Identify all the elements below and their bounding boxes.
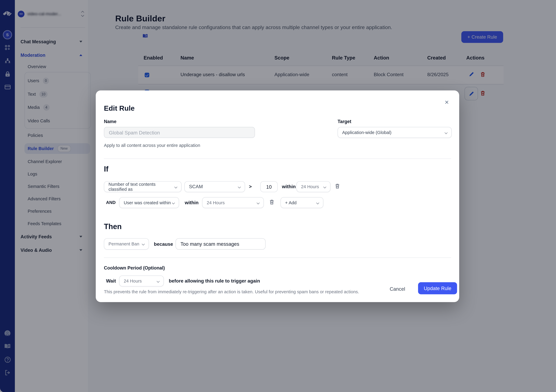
chevron-down-icon: [172, 201, 175, 204]
classification-select[interactable]: SCAM: [185, 181, 245, 192]
threshold-input[interactable]: [260, 181, 278, 192]
condition-field-select[interactable]: Number of text contents classified as: [104, 181, 182, 192]
within-label-2: within: [185, 200, 199, 205]
because-label: because: [154, 241, 173, 247]
name-helper-text: Apply to all content across your entire …: [104, 143, 200, 148]
cooldown-window-select[interactable]: 24 Hours: [119, 276, 164, 287]
cooldown-suffix: before allowing this rule to trigger aga…: [169, 278, 260, 284]
close-icon[interactable]: ✕: [443, 99, 450, 106]
chevron-down-icon: [316, 201, 319, 204]
update-rule-button[interactable]: Update Rule: [418, 282, 457, 294]
and-label: AND: [106, 200, 116, 205]
chevron-down-icon: [142, 242, 145, 246]
edit-rule-modal: Edit Rule ✕ Name Apply to all content ac…: [96, 90, 459, 302]
name-label: Name: [104, 119, 116, 124]
modal-divider: [104, 159, 451, 159]
target-select[interactable]: Application-wide (Global): [338, 127, 452, 138]
time-window-select-2[interactable]: 24 Hours: [202, 197, 264, 208]
chevron-down-icon: [323, 185, 326, 188]
target-label: Target: [338, 119, 351, 124]
add-condition-select[interactable]: + Add: [280, 197, 323, 208]
if-heading: If: [104, 165, 108, 173]
operator-label: >: [249, 184, 252, 189]
chevron-down-icon: [445, 131, 448, 134]
within-label: within: [282, 184, 296, 189]
then-heading: Then: [104, 222, 122, 231]
cooldown-helper: This prevents the rule from immediately …: [104, 289, 359, 294]
chevron-down-icon: [257, 201, 260, 204]
action-select[interactable]: Permanent Ban: [104, 238, 149, 250]
chevron-down-icon: [157, 279, 160, 283]
modal-title: Edit Rule: [104, 104, 135, 112]
rule-name-input[interactable]: [104, 127, 255, 138]
wait-label: Wait: [106, 278, 116, 284]
remove-condition-icon-2[interactable]: [270, 200, 274, 205]
remove-condition-icon[interactable]: [335, 184, 340, 189]
reason-input[interactable]: [176, 238, 266, 250]
time-window-select[interactable]: 24 Hours: [296, 181, 331, 192]
cooldown-label: Cooldown Period (Optional): [104, 265, 165, 270]
cancel-button[interactable]: Cancel: [387, 285, 408, 293]
app-root: S <> video-cal-moder...: [0, 0, 556, 392]
modal-divider: [104, 257, 451, 258]
condition-field-select-2[interactable]: User was created within: [119, 197, 179, 208]
chevron-down-icon: [238, 185, 241, 188]
